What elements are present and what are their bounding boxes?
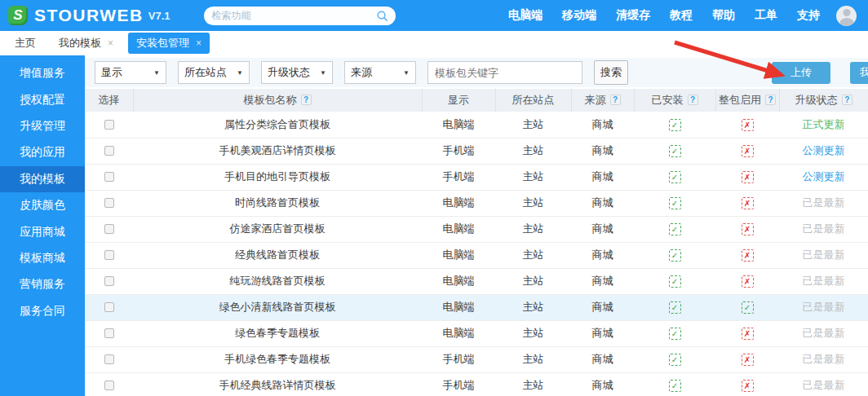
package-name: 纯玩游线路首页模板 <box>133 268 422 294</box>
tab-安装包管理[interactable]: 安装包管理× <box>128 33 210 54</box>
header-nav-item[interactable]: 电脑端 <box>508 8 542 23</box>
sidebar-item-营销服务[interactable]: 营销服务 <box>0 271 85 297</box>
upgrade-status[interactable]: 公测更新 <box>803 144 845 156</box>
row-checkbox[interactable] <box>104 354 114 364</box>
row-checkbox[interactable] <box>104 198 114 208</box>
package-enabled-icon: ✗ <box>742 354 754 366</box>
source: 商城 <box>571 164 634 190</box>
sidebar-item-模板商城[interactable]: 模板商城 <box>0 245 85 271</box>
global-search-placeholder: 检索功能 <box>211 9 376 23</box>
brand-version: V7.1 <box>148 10 170 22</box>
header-nav: 电脑端移动端清缓存教程帮助工单支持 <box>508 8 820 23</box>
source: 商城 <box>571 242 634 268</box>
row-checkbox[interactable] <box>104 120 114 130</box>
row-checkbox[interactable] <box>104 224 114 234</box>
sidebar-item-皮肤颜色[interactable]: 皮肤颜色 <box>0 192 85 218</box>
tab-label: 主页 <box>15 36 36 51</box>
column-label: 整包启用 <box>719 94 761 106</box>
search-button[interactable]: 搜索 <box>594 60 628 85</box>
package-enabled-icon: ✗ <box>742 380 754 392</box>
package-name: 手机经典线路详情页模板 <box>133 372 422 396</box>
sidebar-item-我的应用[interactable]: 我的应用 <box>0 139 85 165</box>
tab-label: 我的模板 <box>59 36 101 51</box>
package-enabled-icon: ✗ <box>742 275 754 288</box>
partial-action-button[interactable]: 我 <box>850 62 868 84</box>
row-checkbox[interactable] <box>104 302 114 312</box>
sidebar-item-增值服务[interactable]: 增值服务 <box>0 60 85 86</box>
upgrade-status[interactable]: 正式更新 <box>803 118 845 130</box>
user-avatar[interactable] <box>836 6 857 26</box>
filter-select-显示[interactable]: 显示▼ <box>95 61 166 84</box>
column-header-来源: 来源? <box>571 89 634 112</box>
source: 商城 <box>571 190 634 216</box>
package-enabled-icon: ✗ <box>742 197 754 209</box>
row-checkbox[interactable] <box>104 146 114 156</box>
package-enabled-icon: ✓ <box>742 301 754 314</box>
header-nav-item[interactable]: 帮助 <box>712 8 735 23</box>
sidebar-item-服务合同[interactable]: 服务合同 <box>0 298 85 324</box>
site: 主站 <box>495 216 571 242</box>
help-icon[interactable]: ? <box>610 95 621 105</box>
package-enabled-icon: ✗ <box>742 223 754 235</box>
source: 商城 <box>571 346 634 372</box>
display-type: 电脑端 <box>422 320 495 346</box>
upgrade-status[interactable]: 公测更新 <box>803 170 845 183</box>
table-row: 仿途家酒店首页模板电脑端主站商城✓✗已是最新 <box>85 216 868 242</box>
row-checkbox[interactable] <box>104 250 114 260</box>
installed-status-icon: ✓ <box>669 328 681 340</box>
column-label: 显示 <box>448 94 469 106</box>
row-checkbox[interactable] <box>104 381 114 390</box>
help-icon[interactable]: ? <box>765 95 776 105</box>
installed-status-icon: ✓ <box>669 197 681 209</box>
tab-我的模板[interactable]: 我的模板× <box>51 33 122 54</box>
help-icon[interactable]: ? <box>842 95 852 105</box>
package-table: 选择模板包名称?显示所在站点来源?已安装?整包启用?升级状态? 属性分类综合首页… <box>85 89 868 396</box>
help-icon[interactable]: ? <box>301 95 312 105</box>
column-label: 已安装 <box>652 94 684 106</box>
filter-select-来源[interactable]: 来源▼ <box>344 61 416 84</box>
column-header-整包启用: 整包启用? <box>715 89 779 112</box>
sidebar-item-我的模板[interactable]: 我的模板 <box>0 166 85 192</box>
header-nav-item[interactable]: 清缓存 <box>616 8 650 23</box>
package-name: 绿色春季专题模板 <box>133 320 422 346</box>
header-nav-item[interactable]: 移动端 <box>562 8 596 23</box>
package-name: 手机美观酒店详情页模板 <box>133 138 422 164</box>
table-row: 手机美观酒店详情页模板手机端主站商城✓✗公测更新 <box>85 138 868 164</box>
sidebar-item-应用商城[interactable]: 应用商城 <box>0 218 85 244</box>
filter-select-所在站点[interactable]: 所在站点▼ <box>178 61 250 84</box>
site: 主站 <box>495 320 571 346</box>
header-nav-item[interactable]: 支持 <box>797 8 820 23</box>
global-search-input[interactable]: 检索功能 <box>204 7 396 25</box>
package-enabled-icon: ✗ <box>742 328 754 340</box>
site: 主站 <box>495 164 571 190</box>
upload-button[interactable]: 上传 <box>772 62 830 84</box>
display-type: 电脑端 <box>422 242 495 268</box>
search-icon[interactable] <box>376 10 388 22</box>
column-label: 所在站点 <box>512 94 555 106</box>
select-label: 来源 <box>351 65 372 80</box>
close-icon[interactable]: × <box>196 38 202 48</box>
row-checkbox[interactable] <box>104 328 114 338</box>
row-checkbox[interactable] <box>104 172 114 182</box>
display-type: 电脑端 <box>422 216 495 242</box>
column-header-显示: 显示 <box>422 89 495 112</box>
site: 主站 <box>495 268 571 294</box>
package-enabled-icon: ✗ <box>742 119 754 131</box>
header-nav-item[interactable]: 工单 <box>755 8 777 23</box>
main-content: 显示▼所在站点▼升级状态▼来源▼ 搜索 上传 我 选择模板包名称?显示所在站点来… <box>85 55 868 396</box>
header-nav-item[interactable]: 教程 <box>670 8 693 23</box>
row-checkbox[interactable] <box>104 276 114 286</box>
package-enabled-icon: ✗ <box>742 171 754 183</box>
keyword-input[interactable] <box>427 61 582 84</box>
filter-toolbar: 显示▼所在站点▼升级状态▼来源▼ 搜索 上传 我 <box>85 58 868 87</box>
table-row: 手机经典线路详情页模板手机端主站商城✓✗已是最新 <box>85 372 868 396</box>
sidebar-item-授权配置[interactable]: 授权配置 <box>0 86 85 112</box>
source: 商城 <box>571 112 634 138</box>
close-icon[interactable]: × <box>108 38 113 48</box>
sidebar-item-升级管理[interactable]: 升级管理 <box>0 113 85 139</box>
source: 商城 <box>571 138 634 164</box>
filter-select-升级状态[interactable]: 升级状态▼ <box>261 61 333 84</box>
tab-主页[interactable]: 主页 <box>7 33 44 54</box>
help-icon[interactable]: ? <box>688 95 698 105</box>
column-header-所在站点: 所在站点 <box>495 89 571 112</box>
